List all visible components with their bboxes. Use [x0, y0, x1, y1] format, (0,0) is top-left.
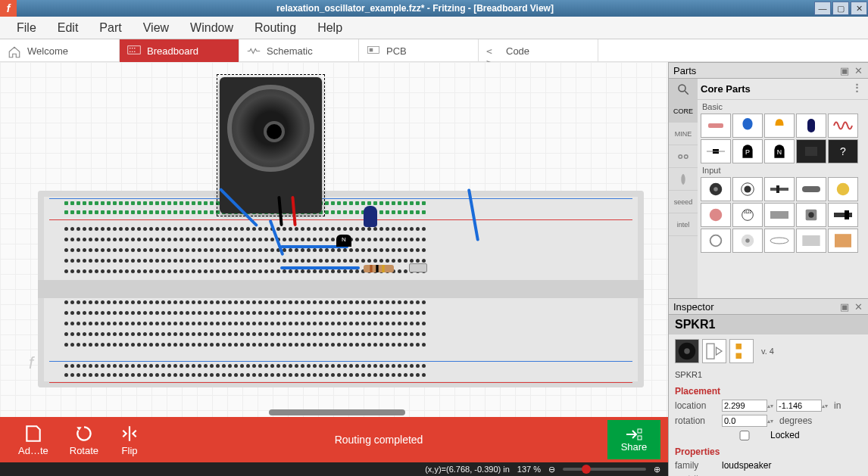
- menu-file[interactable]: File: [6, 18, 47, 38]
- part-inductor-icon[interactable]: [828, 114, 858, 138]
- rotation-label: rotation: [675, 415, 722, 426]
- part-resistor-icon[interactable]: [701, 114, 731, 138]
- part-photocell-icon[interactable]: [828, 177, 858, 201]
- routing-status: Routing completed: [150, 434, 607, 446]
- tab-welcome[interactable]: Welcome: [0, 39, 120, 62]
- part-ic-icon[interactable]: [796, 139, 826, 163]
- parts-tab-intel[interactable]: intel: [669, 213, 698, 236]
- code-icon: < >: [486, 45, 500, 56]
- parts-tab-seeed[interactable]: seeed: [669, 191, 698, 213]
- rotate-button[interactable]: Rotate: [70, 424, 98, 456]
- tab-breadboard[interactable]: Breadboard: [120, 39, 239, 62]
- part-capacitor-ceramic-icon[interactable]: [732, 114, 763, 138]
- part-rotary-switch-icon[interactable]: 0123: [732, 203, 763, 227]
- svg-text:P: P: [745, 148, 750, 156]
- parts-tab-search[interactable]: [669, 79, 698, 100]
- schematic-view-icon[interactable]: [702, 339, 726, 363]
- crystal-part[interactable]: [409, 263, 427, 272]
- part-toggle-switch-icon[interactable]: [828, 203, 858, 227]
- transistor-part[interactable]: N: [336, 235, 351, 247]
- add-note-button[interactable]: Ad…te: [18, 424, 48, 456]
- breadboard[interactable]: [38, 191, 644, 387]
- share-button[interactable]: Share: [607, 420, 660, 459]
- part-reed-switch-icon[interactable]: [764, 229, 795, 253]
- zoom-in-button[interactable]: ⊕: [654, 465, 660, 474]
- part-capacitor-electrolytic-icon[interactable]: [796, 114, 826, 138]
- menu-routing[interactable]: Routing: [244, 18, 307, 38]
- parts-tab-mine[interactable]: MINE: [669, 123, 698, 145]
- maximize-button[interactable]: ▢: [832, 2, 849, 15]
- close-button[interactable]: ✕: [851, 2, 867, 15]
- menu-part[interactable]: Part: [89, 18, 132, 38]
- part-capacitor-tantalum-icon[interactable]: [764, 114, 795, 138]
- tab-code[interactable]: < > Code: [479, 39, 598, 62]
- part-trimmer-icon[interactable]: [701, 203, 731, 227]
- menu-help[interactable]: Help: [307, 18, 353, 38]
- breadboard-view-icon[interactable]: [675, 339, 699, 363]
- svg-rect-0: [128, 46, 141, 54]
- part-dip-switch-icon[interactable]: [764, 203, 795, 227]
- rotation-input[interactable]: [722, 415, 767, 427]
- part-transistor-pnp-icon[interactable]: P: [732, 139, 763, 163]
- flip-button[interactable]: Flip: [120, 424, 139, 456]
- wire[interactable]: [280, 266, 360, 269]
- parts-panel-title: Parts: [673, 65, 696, 76]
- tab-pcb[interactable]: PCB: [359, 39, 479, 62]
- zoom-slider[interactable]: [563, 468, 646, 471]
- part-encoder-icon[interactable]: [701, 177, 731, 201]
- menu-bar: File Edit Part View Window Routing Help: [0, 17, 868, 39]
- canvas[interactable]: f: [0, 62, 668, 476]
- part-transistor-npn-icon[interactable]: N: [764, 139, 795, 163]
- svg-point-32: [808, 212, 813, 217]
- close-icon[interactable]: ✕: [853, 301, 863, 313]
- part-sensor-icon[interactable]: [796, 229, 826, 253]
- part-diode-icon[interactable]: [701, 139, 731, 163]
- svg-rect-46: [638, 436, 642, 440]
- parts-tab-core[interactable]: CORE: [669, 100, 698, 123]
- location-x-input[interactable]: [722, 400, 767, 412]
- zoom-out-button[interactable]: ⊖: [548, 465, 555, 474]
- part-piezo-icon[interactable]: [732, 229, 763, 253]
- part-potentiometer-icon[interactable]: [732, 177, 763, 201]
- resistor-part[interactable]: [364, 265, 394, 272]
- location-y-input[interactable]: [776, 400, 822, 412]
- part-slider-icon[interactable]: [764, 177, 795, 201]
- locked-checkbox[interactable]: [722, 431, 767, 440]
- svg-point-3: [134, 48, 136, 49]
- parts-tab-arduino[interactable]: [669, 145, 698, 168]
- undock-icon[interactable]: ▣: [839, 65, 850, 76]
- tab-schematic[interactable]: Schematic: [239, 39, 359, 62]
- svg-rect-44: [736, 353, 742, 359]
- svg-point-5: [132, 51, 133, 53]
- parts-grid-basic: P N ?: [698, 114, 868, 163]
- menu-window[interactable]: Window: [180, 18, 244, 38]
- capacitor-part[interactable]: [364, 206, 377, 227]
- svg-rect-33: [834, 213, 852, 217]
- undock-icon[interactable]: ▣: [839, 301, 850, 313]
- pcb-view-icon[interactable]: [729, 339, 754, 363]
- locked-label: Locked: [770, 430, 800, 440]
- flip-label: Flip: [122, 445, 138, 456]
- horizontal-scrollbar[interactable]: [269, 409, 405, 415]
- parts-tab-parallax[interactable]: [669, 168, 698, 191]
- menu-icon[interactable]: ⠇: [854, 82, 863, 96]
- part-keypad-icon[interactable]: [828, 229, 858, 253]
- add-note-label: Ad…te: [18, 445, 48, 456]
- part-tilt-sensor-icon[interactable]: [701, 229, 731, 253]
- speaker-part[interactable]: [220, 77, 322, 213]
- part-pushbutton-icon[interactable]: [796, 203, 826, 227]
- menu-view[interactable]: View: [133, 18, 180, 38]
- close-icon[interactable]: ✕: [853, 65, 863, 76]
- fritzing-watermark: f: [29, 353, 33, 373]
- menu-edit[interactable]: Edit: [47, 18, 89, 38]
- part-mystery-icon[interactable]: ?: [828, 139, 858, 163]
- rotation-unit: degrees: [779, 415, 812, 426]
- location-label: location: [675, 400, 722, 411]
- inspector-panel-header[interactable]: Inspector ▣ ✕: [669, 298, 868, 315]
- inspector-body: SPKR1 v. 4 SPKR1 Placement location ▴▾ ▴…: [669, 315, 868, 476]
- family-label: family: [675, 460, 722, 471]
- pcb-icon: [367, 45, 380, 56]
- parts-panel-header[interactable]: Parts ▣ ✕: [669, 62, 868, 79]
- part-microphone-icon[interactable]: [796, 177, 826, 201]
- minimize-button[interactable]: —: [814, 2, 831, 15]
